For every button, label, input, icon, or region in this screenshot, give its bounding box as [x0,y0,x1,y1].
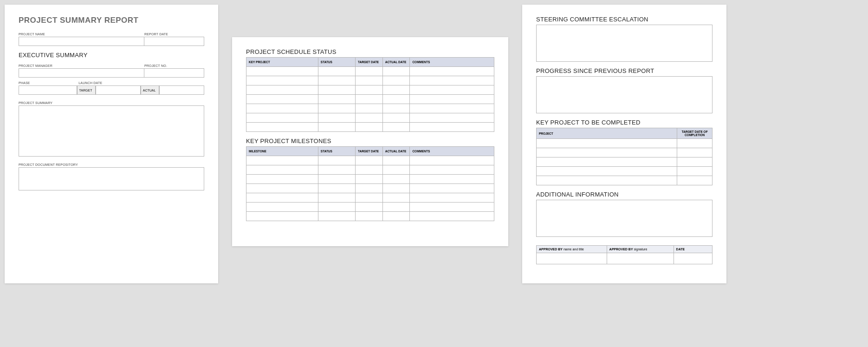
project-no-input[interactable] [144,68,204,78]
steering-input[interactable] [536,25,713,62]
approval-table: APPROVED BY name and title APPROVED BY s… [536,245,713,264]
workspace: PROJECT SUMMARY REPORT PROJECT NAME REPO… [5,5,863,283]
project-name-label: PROJECT NAME [19,33,144,36]
progress-input[interactable] [536,76,713,113]
actual-sublabel: ACTUAL [141,85,159,95]
milestone-row[interactable] [246,203,494,212]
schedule-header-targetdate: TARGET DATE [355,58,382,67]
milestone-row[interactable] [246,184,494,193]
schedule-row[interactable] [246,95,494,104]
target-date-input[interactable] [96,85,141,95]
milestone-row[interactable] [246,193,494,203]
steering-title: STEERING COMMITTEE ESCALATION [536,16,713,23]
key-project-row[interactable] [537,148,713,157]
key-project-table: PROJECT TARGET DATE OF COMPLETION [536,128,713,185]
milestones-title: KEY PROJECT MILESTONES [246,137,494,144]
actual-date-input[interactable] [159,85,204,95]
milestones-header-status: STATUS [318,147,355,156]
key-project-row[interactable] [537,176,713,185]
progress-title: PROGRESS SINCE PREVIOUS REPORT [536,67,713,74]
repository-label: PROJECT DOCUMENT REPOSITORY [19,163,204,166]
milestones-header-actualdate: ACTUAL DATE [382,147,410,156]
key-project-row[interactable] [537,139,713,148]
project-manager-label: PROJECT MANAGER [19,64,144,67]
key-project-completed-title: KEY PROJECT TO BE COMPLETED [536,119,713,126]
page-1: PROJECT SUMMARY REPORT PROJECT NAME REPO… [5,5,218,283]
additional-info-title: ADDITIONAL INFORMATION [536,191,713,198]
approval-header-signature: APPROVED BY signature [607,246,674,253]
phase-input[interactable] [19,85,77,95]
schedule-header-actualdate: ACTUAL DATE [382,58,410,67]
actual-sublabel-text: ACTUAL [143,89,156,92]
milestone-row[interactable] [246,175,494,184]
key-project-row[interactable] [537,157,713,167]
schedule-header-status: STATUS [318,58,355,67]
approved-by-nameandtitle: name and title [564,248,584,251]
milestones-header-targetdate: TARGET DATE [355,147,382,156]
schedule-row[interactable] [246,113,494,123]
approved-by-bold-2: APPROVED BY [609,248,633,251]
approval-header-date: DATE [674,246,712,253]
approved-by-signature: signature [634,248,648,251]
milestones-header-milestone: MILESTONE [246,147,318,156]
schedule-status-title: PROJECT SCHEDULE STATUS [246,48,494,55]
project-no-label: PROJECT NO. [144,64,204,67]
additional-info-input[interactable] [536,200,713,237]
approval-date-label: DATE [676,248,685,251]
schedule-row[interactable] [246,85,494,95]
project-summary-label: PROJECT SUMMARY [19,101,204,105]
page-2: PROJECT SCHEDULE STATUS KEY PROJECT STAT… [232,37,508,246]
milestone-row[interactable] [246,165,494,175]
milestone-row[interactable] [246,212,494,221]
approval-header-row: APPROVED BY name and title APPROVED BY s… [537,246,713,253]
key-project-header-project: PROJECT [537,128,677,139]
schedule-row[interactable] [246,76,494,85]
schedule-row[interactable] [246,104,494,113]
phase-label: PHASE [19,81,78,85]
key-project-header-row: PROJECT TARGET DATE OF COMPLETION [537,128,713,139]
repository-input[interactable] [19,167,204,190]
launch-date-label: LAUNCH DATE [78,81,204,85]
milestones-header-comments: COMMENTS [410,147,494,156]
milestones-header-row: MILESTONE STATUS TARGET DATE ACTUAL DATE… [246,147,494,156]
approval-row[interactable] [537,253,713,264]
approval-header-name: APPROVED BY name and title [537,246,607,253]
milestone-row[interactable] [246,156,494,165]
schedule-header-keyproject: KEY PROJECT [246,58,318,67]
project-summary-input[interactable] [19,105,204,157]
page-3: STEERING COMMITTEE ESCALATION PROGRESS S… [522,5,726,283]
key-project-row[interactable] [537,167,713,176]
milestones-table: MILESTONE STATUS TARGET DATE ACTUAL DATE… [246,146,494,221]
executive-summary-title: EXECUTIVE SUMMARY [19,52,204,59]
schedule-row[interactable] [246,123,494,132]
schedule-status-table: KEY PROJECT STATUS TARGET DATE ACTUAL DA… [246,57,494,132]
project-manager-input[interactable] [19,68,144,78]
project-name-input[interactable] [19,37,144,46]
schedule-header-comments: COMMENTS [410,58,494,67]
approved-by-bold-1: APPROVED BY [539,248,563,251]
schedule-header-row: KEY PROJECT STATUS TARGET DATE ACTUAL DA… [246,58,494,67]
key-project-header-targetdate: TARGET DATE OF COMPLETION [677,128,713,139]
report-date-label: REPORT DATE [144,33,204,36]
target-sublabel: TARGET [77,85,96,95]
document-title: PROJECT SUMMARY REPORT [19,16,204,25]
schedule-row[interactable] [246,67,494,76]
report-date-input[interactable] [144,37,204,46]
target-sublabel-text: TARGET [79,89,92,92]
